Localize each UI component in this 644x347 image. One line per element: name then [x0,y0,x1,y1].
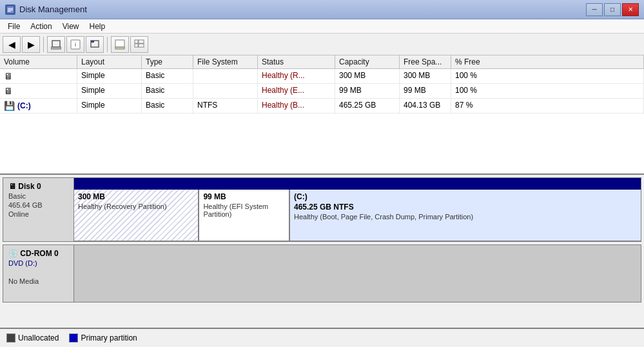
partition-c-status: Healthy (Boot, Page File, Crash Dump, Pr… [294,213,637,221]
svg-rect-15 [139,44,144,47]
svg-rect-3 [8,11,11,12]
col-status: Status [258,55,335,68]
cell-capacity-2: 465.25 GB [335,99,400,113]
svg-rect-5 [51,47,61,49]
cdrom-icon: 💿 [8,249,20,258]
svg-rect-4 [52,41,60,47]
back-button[interactable]: ◀ [3,36,21,53]
cdrom0-nomedia: No Media [8,277,68,285]
partition-recovery-status: Healthy (Recovery Partition) [78,203,194,210]
legend-primary-label: Primary partition [81,333,137,342]
svg-rect-1 [8,8,13,9]
partition-recovery-size: 300 MB [78,192,194,201]
disk-area: 🖥 Disk 0 Basic 465.64 GB Online 300 MB H… [0,175,644,328]
svg-rect-12 [135,40,138,43]
table-row[interactable]: 💾 (C:) Simple Basic NTFS Healthy (B... 4… [0,99,644,114]
disk-icon: 🖥 [8,182,18,191]
menu-action[interactable]: Action [25,21,57,32]
cell-layout-0: Simple [77,69,142,83]
drive-icon-0: 🖥 [4,71,13,81]
refresh-button[interactable] [86,36,104,53]
help-button[interactable] [111,36,129,53]
toolbar-separator-1 [43,37,44,52]
up-button[interactable] [47,36,65,53]
window-title: Disk Management [19,5,87,14]
cell-volume-2: 💾 (C:) [0,99,77,113]
cell-fs-1 [193,84,258,98]
cell-pct-2: 87 % [451,99,644,113]
cell-type-1: Basic [142,84,193,98]
drive-icon-1: 🖥 [4,86,13,96]
partition-efi[interactable]: 99 MB Healthy (EFI System Partition) [199,190,289,241]
legend-unalloc-label: Unallocated [18,333,59,342]
window-controls: ─ □ ✕ [586,3,639,16]
cell-type-0: Basic [142,69,193,83]
disk0-type: Basic [8,192,68,200]
disk0-partitions-row: 300 MB Healthy (Recovery Partition) 99 M… [74,190,641,241]
svg-rect-13 [139,40,144,43]
cell-status-1: Healthy (E... [258,84,335,98]
close-button[interactable]: ✕ [622,3,639,16]
cell-fs-0 [193,69,258,83]
cell-free-0: 300 MB [400,69,451,83]
table-row[interactable]: 🖥 Simple Basic Healthy (R... 300 MB 300 … [0,69,644,84]
partition-efi-size: 99 MB [203,192,285,201]
partition-c-name: (C:) [294,192,637,201]
svg-text:i: i [75,41,76,48]
cdrom0-label: 💿 CD-ROM 0 DVD (D:) No Media [3,245,74,302]
partition-efi-status: Healthy (EFI System Partition) [203,203,285,218]
cell-volume-1: 🖥 [0,84,77,98]
cell-pct-1: 100 % [451,84,644,98]
disk0-status: Online [8,210,68,218]
menu-help[interactable]: Help [84,21,111,32]
cell-free-2: 404.13 GB [400,99,451,113]
col-capacity: Capacity [335,55,400,68]
cdrom0-title: 💿 CD-ROM 0 [8,249,68,258]
cell-capacity-0: 300 MB [335,69,400,83]
svg-rect-9 [91,41,94,43]
properties-button[interactable]: i [66,36,84,53]
disk0-partitions: 300 MB Healthy (Recovery Partition) 99 M… [74,178,641,241]
forward-button[interactable]: ▶ [22,36,40,53]
cell-layout-2: Simple [77,99,142,113]
title-bar-left: Disk Management [5,5,87,15]
menu-file[interactable]: File [3,21,25,32]
disk0-row: 🖥 Disk 0 Basic 465.64 GB Online 300 MB H… [3,177,641,242]
volume-table: Volume Layout Type File System Status Ca… [0,55,644,175]
disk0-label: 🖥 Disk 0 Basic 465.64 GB Online [3,178,74,241]
disk0-title: 🖥 Disk 0 [8,182,68,191]
drive-icon-2: 💾 [4,101,15,111]
partition-c-size: 465.25 GB NTFS [294,203,637,212]
cell-pct-0: 100 % [451,69,644,83]
partition-c-drive[interactable]: (C:) 465.25 GB NTFS Healthy (Boot, Page … [289,190,641,241]
cell-status-0: Healthy (R... [258,69,335,83]
maximize-button[interactable]: □ [604,3,621,16]
cell-capacity-1: 99 MB [335,84,400,98]
legend-unalloc-box [6,333,15,342]
cdrom0-type: DVD (D:) [8,259,68,267]
svg-rect-2 [8,10,13,10]
cell-type-2: Basic [142,99,193,113]
cdrom0-row: 💿 CD-ROM 0 DVD (D:) No Media [3,244,641,302]
cdrom0-no-media [74,245,641,302]
col-filesystem: File System [193,55,258,68]
cell-free-1: 99 MB [400,84,451,98]
minimize-button[interactable]: ─ [586,3,603,16]
svg-rect-11 [115,47,124,49]
partition-recovery[interactable]: 300 MB Healthy (Recovery Partition) [74,190,199,241]
table-row[interactable]: 🖥 Simple Basic Healthy (E... 99 MB 99 MB… [0,84,644,99]
col-type: Type [142,55,193,68]
toolbar: ◀ ▶ i [0,34,644,55]
menu-view[interactable]: View [57,21,84,32]
title-bar: Disk Management ─ □ ✕ [0,0,644,19]
cdrom0-status [8,268,68,276]
cell-layout-1: Simple [77,84,142,98]
col-volume: Volume [0,55,77,68]
legend-unallocated: Unallocated [6,333,59,342]
toolbar-separator-2 [107,37,108,52]
col-layout: Layout [77,55,142,68]
app-icon [5,5,15,15]
view-button[interactable] [130,36,148,53]
legend-primary-box [69,333,78,342]
legend-primary: Primary partition [69,333,137,342]
